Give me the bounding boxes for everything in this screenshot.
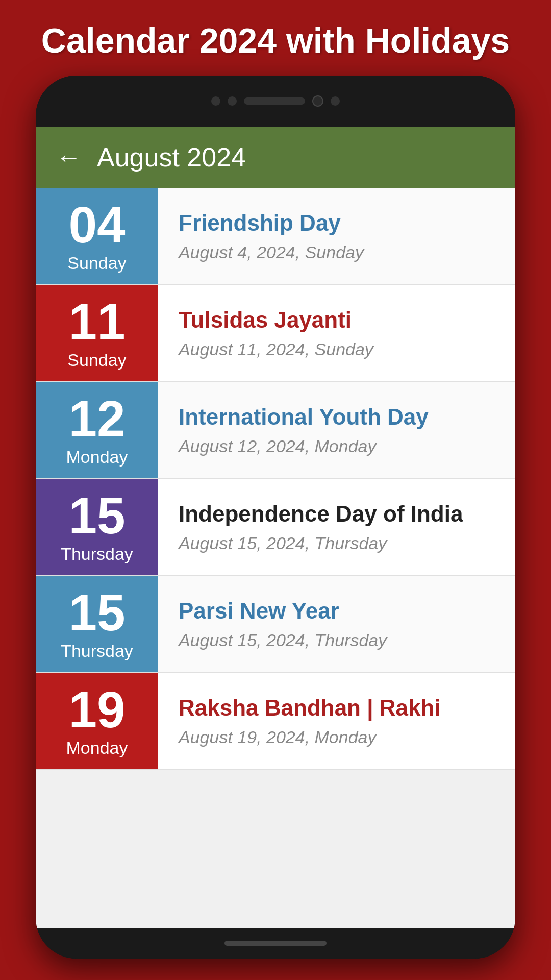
- calendar-item[interactable]: 11 Sunday Tulsidas Jayanti August 11, 20…: [36, 285, 515, 382]
- event-info: Friendship Day August 4, 2024, Sunday: [158, 188, 515, 284]
- date-number: 12: [68, 393, 125, 444]
- date-badge: 19 Monday: [36, 673, 158, 769]
- event-name: Parsi New Year: [179, 598, 495, 625]
- phone-bottom: [36, 928, 515, 959]
- phone-top-bar: [36, 76, 515, 127]
- date-day: Thursday: [61, 544, 133, 564]
- event-name: Raksha Bandhan | Rakhi: [179, 695, 495, 722]
- phone-container: ← August 2024 04 Sunday Friendship Day A…: [36, 76, 515, 959]
- date-badge: 12 Monday: [36, 382, 158, 478]
- camera-dot-2: [228, 96, 237, 106]
- phone-screen: ← August 2024 04 Sunday Friendship Day A…: [36, 127, 515, 928]
- date-day: Sunday: [67, 350, 126, 370]
- date-badge: 15 Thursday: [36, 479, 158, 575]
- date-number: 04: [68, 199, 125, 250]
- event-info: Parsi New Year August 15, 2024, Thursday: [158, 576, 515, 672]
- event-date: August 19, 2024, Monday: [179, 727, 495, 747]
- calendar-item[interactable]: 15 Thursday Independence Day of India Au…: [36, 479, 515, 576]
- app-header: ← August 2024: [36, 127, 515, 188]
- event-info: Raksha Bandhan | Rakhi August 19, 2024, …: [158, 673, 515, 769]
- event-date: August 15, 2024, Thursday: [179, 630, 495, 650]
- date-day: Thursday: [61, 641, 133, 661]
- event-info: International Youth Day August 12, 2024,…: [158, 382, 515, 478]
- event-date: August 12, 2024, Monday: [179, 436, 495, 456]
- calendar-item[interactable]: 04 Sunday Friendship Day August 4, 2024,…: [36, 188, 515, 285]
- date-number: 15: [68, 490, 125, 541]
- date-badge: 15 Thursday: [36, 576, 158, 672]
- camera-dot-1: [211, 96, 220, 106]
- calendar-item[interactable]: 15 Thursday Parsi New Year August 15, 20…: [36, 576, 515, 673]
- camera-dot-3: [331, 96, 340, 106]
- event-info: Independence Day of India August 15, 202…: [158, 479, 515, 575]
- event-name: Tulsidas Jayanti: [179, 307, 495, 334]
- event-info: Tulsidas Jayanti August 11, 2024, Sunday: [158, 285, 515, 381]
- camera-dot-front: [312, 95, 323, 107]
- date-badge: 04 Sunday: [36, 188, 158, 284]
- event-name: International Youth Day: [179, 404, 495, 431]
- phone-camera-area: [211, 95, 340, 107]
- date-number: 15: [68, 587, 125, 638]
- month-title: August 2024: [97, 142, 246, 173]
- back-button[interactable]: ←: [56, 144, 82, 170]
- date-day: Monday: [66, 738, 128, 758]
- event-name: Friendship Day: [179, 210, 495, 237]
- speaker-grill: [244, 97, 305, 105]
- event-date: August 4, 2024, Sunday: [179, 242, 495, 262]
- calendar-item[interactable]: 12 Monday International Youth Day August…: [36, 382, 515, 479]
- page-title: Calendar 2024 with Holidays: [0, 0, 551, 76]
- date-number: 11: [68, 296, 125, 347]
- date-badge: 11 Sunday: [36, 285, 158, 381]
- date-number: 19: [68, 684, 125, 735]
- event-date: August 15, 2024, Thursday: [179, 533, 495, 553]
- event-name: Independence Day of India: [179, 501, 495, 528]
- date-day: Sunday: [67, 253, 126, 273]
- calendar-item[interactable]: 19 Monday Raksha Bandhan | Rakhi August …: [36, 673, 515, 770]
- event-date: August 11, 2024, Sunday: [179, 339, 495, 359]
- home-indicator: [224, 941, 327, 946]
- calendar-list: 04 Sunday Friendship Day August 4, 2024,…: [36, 188, 515, 770]
- date-day: Monday: [66, 447, 128, 467]
